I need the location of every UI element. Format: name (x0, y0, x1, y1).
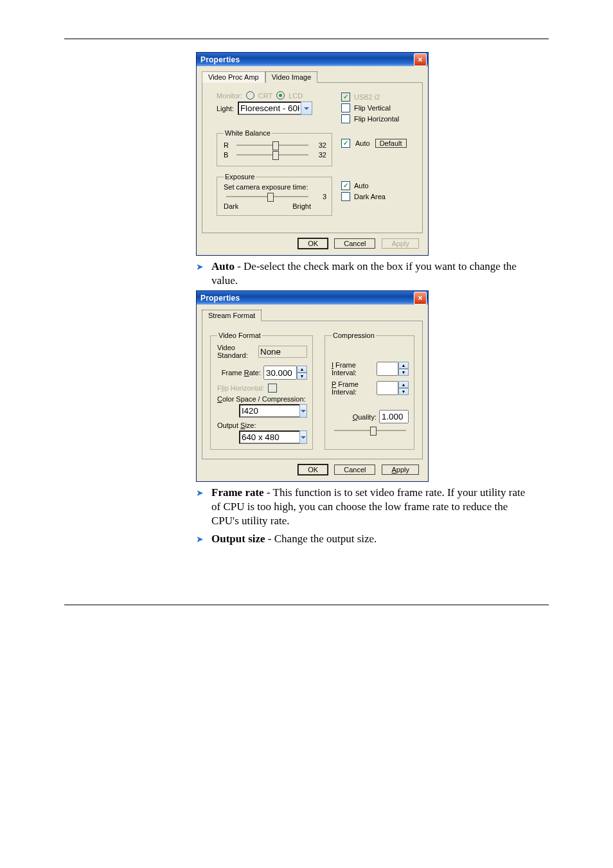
output-size-label: Output Size: (217, 421, 307, 429)
dark-area-label: Dark Area (354, 193, 386, 200)
quality-input[interactable] (379, 410, 409, 423)
titlebar-2[interactable]: Properties × (197, 291, 428, 305)
bullet-auto: ➤ Auto - De-select the check mark on the… (196, 260, 530, 288)
properties-dialog-video-image: Properties × Video Proc Amp Video Image … (196, 52, 429, 256)
white-balance-legend: White Balance (224, 129, 272, 137)
footer-divider (64, 605, 549, 605)
bullet-text: - De-select the check mark on the box if… (211, 260, 517, 287)
lcd-label: LCD (289, 92, 303, 100)
frame-rate-spinner[interactable]: ▲▼ (263, 366, 307, 380)
chevron-down-icon[interactable] (299, 404, 307, 418)
dark-label: Dark (224, 202, 238, 210)
exposure-value: 3 (315, 193, 326, 200)
bullet-text: - Change the output size. (265, 533, 377, 545)
exp-auto-checkbox[interactable] (341, 181, 350, 190)
usb2-checkbox (341, 93, 350, 102)
r-label: R (224, 141, 230, 149)
titlebar[interactable]: Properties × (197, 53, 428, 66)
video-format-group: Video Format Video Standard: Frame Rate:… (210, 332, 313, 450)
dialog-title-2: Properties (200, 294, 240, 303)
bullet-frame-rate: ➤ Frame rate - This function is to set v… (196, 486, 530, 528)
light-combo[interactable] (238, 102, 312, 115)
exp-auto-label: Auto (354, 182, 369, 190)
bullet-label: Auto (211, 260, 235, 272)
flip-horizontal-checkbox[interactable] (341, 114, 350, 123)
bullet-icon: ➤ (196, 486, 211, 499)
video-standard-value (258, 346, 307, 358)
close-icon-2[interactable]: × (414, 292, 427, 305)
bullet-icon: ➤ (196, 532, 211, 545)
quality-label: Quality: (353, 413, 377, 421)
flip-vertical-label: Flip Vertical (354, 104, 391, 112)
output-size-combo[interactable] (239, 430, 307, 444)
compression-group: Compression I Frame Interval: ▲▼ P Frame… (324, 332, 414, 450)
crt-label: CRT (258, 92, 272, 100)
r-slider[interactable] (236, 145, 308, 146)
spin-down-icon[interactable]: ▼ (398, 369, 409, 376)
ok-button-2[interactable]: OK (298, 465, 328, 475)
b-value: 32 (315, 151, 326, 159)
iframe-input[interactable] (377, 362, 398, 376)
apply-button-2[interactable]: Apply (382, 465, 419, 475)
fliph-checkbox (268, 384, 277, 393)
quality-slider[interactable] (334, 430, 406, 431)
spin-up-icon[interactable]: ▲ (398, 381, 409, 388)
cancel-button-2[interactable]: Cancel (334, 465, 375, 475)
pframe-label: P Frame Interval: (332, 380, 374, 396)
dialog-title: Properties (200, 55, 240, 64)
close-icon[interactable]: × (414, 53, 427, 66)
light-input[interactable] (238, 102, 301, 115)
tab-stream-format[interactable]: Stream Format (202, 310, 262, 321)
bullet-label: Output size (211, 533, 265, 545)
cancel-button[interactable]: Cancel (334, 238, 375, 249)
tab-video-proc-amp[interactable]: Video Proc Amp (202, 71, 265, 83)
radio-lcd (276, 91, 285, 100)
tab-video-image[interactable]: Video Image (265, 71, 318, 83)
color-space-combo[interactable] (239, 404, 307, 418)
output-size-input[interactable] (239, 430, 299, 444)
apply-button: Apply (382, 238, 419, 249)
fliph-label: Flip Horizontal: (217, 384, 264, 392)
spin-down-icon[interactable]: ▼ (297, 373, 307, 380)
ok-button[interactable]: OK (298, 238, 328, 249)
bullet-icon: ➤ (196, 260, 211, 273)
spin-up-icon[interactable]: ▲ (297, 366, 307, 373)
exposure-line: Set camera exposure time: (224, 183, 326, 191)
video-standard-label: Video Standard: (217, 344, 256, 359)
exposure-group: Exposure Set camera exposure time: 3 Dar… (217, 173, 332, 216)
chevron-down-icon[interactable] (301, 102, 312, 115)
radio-crt (246, 91, 254, 100)
frame-rate-input[interactable] (263, 366, 297, 380)
properties-dialog-stream-format: Properties × Stream Format Video Format … (196, 290, 429, 482)
usb2-label: USB2 i2 (354, 93, 380, 101)
video-format-legend: Video Format (217, 332, 262, 339)
iframe-label: I Frame Interval: (332, 361, 374, 376)
spin-down-icon[interactable]: ▼ (398, 388, 409, 395)
b-label: B (224, 151, 230, 159)
monitor-label: Monitor: (217, 92, 242, 100)
bullet-label: Frame rate (211, 486, 264, 499)
b-slider[interactable] (236, 154, 308, 155)
color-space-input[interactable] (239, 404, 299, 418)
light-label: Light: (217, 105, 234, 112)
wb-auto-checkbox[interactable] (341, 139, 350, 148)
wb-auto-label: Auto (355, 139, 370, 147)
color-space-label: Color Space / Compression: (217, 395, 307, 403)
spin-up-icon[interactable]: ▲ (398, 362, 409, 369)
exposure-slider[interactable] (226, 196, 308, 197)
bullet-output-size: ➤ Output size - Change the output size. (196, 532, 530, 546)
iframe-spinner[interactable]: ▲▼ (377, 362, 409, 376)
header-divider (64, 39, 549, 39)
white-balance-group: White Balance R 32 B 32 (217, 129, 332, 166)
dark-area-checkbox[interactable] (341, 192, 350, 201)
flip-horizontal-label: Flip Horizontal (354, 115, 399, 123)
frame-rate-label: Frame Rate: (222, 369, 261, 376)
chevron-down-icon[interactable] (299, 430, 307, 444)
bright-label: Bright (292, 202, 311, 210)
default-button[interactable]: Default (375, 139, 407, 148)
exposure-legend: Exposure (224, 173, 256, 181)
pframe-spinner[interactable]: ▲▼ (377, 381, 409, 395)
pframe-input[interactable] (377, 381, 398, 395)
flip-vertical-checkbox[interactable] (341, 103, 350, 112)
compression-legend: Compression (332, 332, 376, 339)
